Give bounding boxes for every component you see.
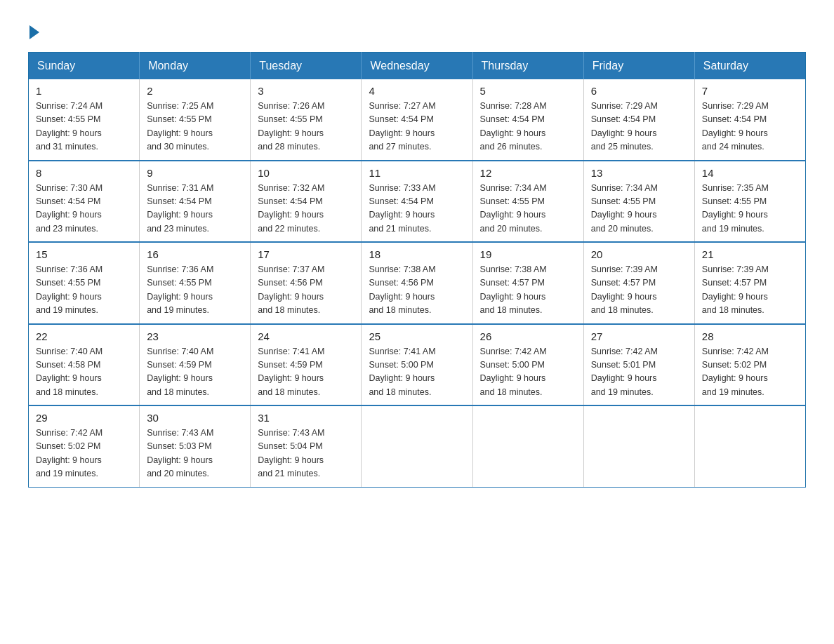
day-number: 8	[36, 167, 132, 179]
day-number: 14	[702, 167, 798, 179]
weekday-header-tuesday: Tuesday	[251, 53, 362, 80]
day-info: Sunrise: 7:41 AMSunset: 4:59 PMDaylight:…	[258, 345, 354, 400]
day-info: Sunrise: 7:40 AMSunset: 4:59 PMDaylight:…	[147, 345, 243, 400]
week-row-3: 15 Sunrise: 7:36 AMSunset: 4:55 PMDaylig…	[29, 242, 806, 324]
week-row-2: 8 Sunrise: 7:30 AMSunset: 4:54 PMDayligh…	[29, 161, 806, 243]
day-number: 3	[258, 85, 354, 97]
calendar-cell	[362, 405, 472, 487]
day-number: 7	[702, 85, 798, 97]
calendar-cell: 18 Sunrise: 7:38 AMSunset: 4:56 PMDaylig…	[362, 242, 472, 324]
day-number: 13	[591, 167, 687, 179]
calendar-table: SundayMondayTuesdayWednesdayThursdayFrid…	[28, 52, 806, 488]
calendar-cell: 28 Sunrise: 7:42 AMSunset: 5:02 PMDaylig…	[694, 324, 805, 406]
day-info: Sunrise: 7:39 AMSunset: 4:57 PMDaylight:…	[702, 263, 798, 318]
day-info: Sunrise: 7:33 AMSunset: 4:54 PMDaylight:…	[369, 182, 465, 236]
day-number: 17	[258, 248, 354, 260]
week-row-1: 1 Sunrise: 7:24 AMSunset: 4:55 PMDayligh…	[29, 79, 806, 161]
day-info: Sunrise: 7:25 AMSunset: 4:55 PMDaylight:…	[147, 100, 243, 154]
calendar-cell: 16 Sunrise: 7:36 AMSunset: 4:55 PMDaylig…	[140, 242, 251, 324]
logo	[28, 21, 41, 38]
day-number: 4	[369, 85, 465, 97]
day-number: 27	[591, 330, 687, 342]
day-number: 16	[147, 248, 243, 260]
calendar-cell: 13 Sunrise: 7:34 AMSunset: 4:55 PMDaylig…	[583, 161, 694, 243]
calendar-cell: 26 Sunrise: 7:42 AMSunset: 5:00 PMDaylig…	[472, 324, 583, 406]
day-number: 22	[36, 330, 132, 342]
day-info: Sunrise: 7:42 AMSunset: 5:01 PMDaylight:…	[591, 345, 687, 400]
day-info: Sunrise: 7:37 AMSunset: 4:56 PMDaylight:…	[258, 263, 354, 318]
day-number: 18	[369, 248, 465, 260]
calendar-cell: 19 Sunrise: 7:38 AMSunset: 4:57 PMDaylig…	[472, 242, 583, 324]
day-info: Sunrise: 7:30 AMSunset: 4:54 PMDaylight:…	[36, 182, 132, 236]
calendar-cell: 9 Sunrise: 7:31 AMSunset: 4:54 PMDayligh…	[140, 161, 251, 243]
calendar-cell: 25 Sunrise: 7:41 AMSunset: 5:00 PMDaylig…	[362, 324, 472, 406]
weekday-header-wednesday: Wednesday	[362, 53, 472, 80]
day-info: Sunrise: 7:36 AMSunset: 4:55 PMDaylight:…	[36, 263, 132, 318]
weekday-header-row: SundayMondayTuesdayWednesdayThursdayFrid…	[29, 53, 806, 80]
day-number: 9	[147, 167, 243, 179]
day-info: Sunrise: 7:40 AMSunset: 4:58 PMDaylight:…	[36, 345, 132, 400]
day-number: 10	[258, 167, 354, 179]
calendar-cell: 11 Sunrise: 7:33 AMSunset: 4:54 PMDaylig…	[362, 161, 472, 243]
day-info: Sunrise: 7:34 AMSunset: 4:55 PMDaylight:…	[480, 182, 576, 236]
day-info: Sunrise: 7:38 AMSunset: 4:56 PMDaylight:…	[369, 263, 465, 318]
day-number: 30	[147, 412, 243, 424]
calendar-cell: 3 Sunrise: 7:26 AMSunset: 4:55 PMDayligh…	[251, 79, 362, 161]
calendar-cell: 7 Sunrise: 7:29 AMSunset: 4:54 PMDayligh…	[694, 79, 805, 161]
calendar-cell: 2 Sunrise: 7:25 AMSunset: 4:55 PMDayligh…	[140, 79, 251, 161]
day-info: Sunrise: 7:27 AMSunset: 4:54 PMDaylight:…	[369, 100, 465, 154]
day-number: 15	[36, 248, 132, 260]
day-number: 6	[591, 85, 687, 97]
day-number: 1	[36, 85, 132, 97]
week-row-4: 22 Sunrise: 7:40 AMSunset: 4:58 PMDaylig…	[29, 324, 806, 406]
calendar-cell: 22 Sunrise: 7:40 AMSunset: 4:58 PMDaylig…	[29, 324, 140, 406]
weekday-header-thursday: Thursday	[472, 53, 583, 80]
day-number: 31	[258, 412, 354, 424]
day-number: 20	[591, 248, 687, 260]
day-number: 5	[480, 85, 576, 97]
day-info: Sunrise: 7:42 AMSunset: 5:02 PMDaylight:…	[702, 345, 798, 400]
day-number: 21	[702, 248, 798, 260]
calendar-cell: 1 Sunrise: 7:24 AMSunset: 4:55 PMDayligh…	[29, 79, 140, 161]
calendar-cell: 12 Sunrise: 7:34 AMSunset: 4:55 PMDaylig…	[472, 161, 583, 243]
day-number: 26	[480, 330, 576, 342]
day-number: 24	[258, 330, 354, 342]
weekday-header-monday: Monday	[140, 53, 251, 80]
day-info: Sunrise: 7:29 AMSunset: 4:54 PMDaylight:…	[591, 100, 687, 154]
calendar-cell: 17 Sunrise: 7:37 AMSunset: 4:56 PMDaylig…	[251, 242, 362, 324]
day-number: 12	[480, 167, 576, 179]
calendar-cell: 6 Sunrise: 7:29 AMSunset: 4:54 PMDayligh…	[583, 79, 694, 161]
day-info: Sunrise: 7:35 AMSunset: 4:55 PMDaylight:…	[702, 182, 798, 236]
day-info: Sunrise: 7:34 AMSunset: 4:55 PMDaylight:…	[591, 182, 687, 236]
day-info: Sunrise: 7:38 AMSunset: 4:57 PMDaylight:…	[480, 263, 576, 318]
weekday-header-sunday: Sunday	[29, 53, 140, 80]
calendar-cell: 29 Sunrise: 7:42 AMSunset: 5:02 PMDaylig…	[29, 405, 140, 487]
day-info: Sunrise: 7:43 AMSunset: 5:03 PMDaylight:…	[147, 427, 243, 481]
day-info: Sunrise: 7:29 AMSunset: 4:54 PMDaylight:…	[702, 100, 798, 154]
weekday-header-friday: Friday	[583, 53, 694, 80]
day-info: Sunrise: 7:42 AMSunset: 5:00 PMDaylight:…	[480, 345, 576, 400]
calendar-cell: 15 Sunrise: 7:36 AMSunset: 4:55 PMDaylig…	[29, 242, 140, 324]
calendar-cell	[472, 405, 583, 487]
day-number: 11	[369, 167, 465, 179]
day-number: 28	[702, 330, 798, 342]
calendar-cell: 24 Sunrise: 7:41 AMSunset: 4:59 PMDaylig…	[251, 324, 362, 406]
day-info: Sunrise: 7:28 AMSunset: 4:54 PMDaylight:…	[480, 100, 576, 154]
day-info: Sunrise: 7:26 AMSunset: 4:55 PMDaylight:…	[258, 100, 354, 154]
calendar-cell: 27 Sunrise: 7:42 AMSunset: 5:01 PMDaylig…	[583, 324, 694, 406]
day-number: 29	[36, 412, 132, 424]
day-number: 25	[369, 330, 465, 342]
calendar-cell: 4 Sunrise: 7:27 AMSunset: 4:54 PMDayligh…	[362, 79, 472, 161]
logo-triangle-icon	[29, 25, 39, 39]
calendar-cell: 20 Sunrise: 7:39 AMSunset: 4:57 PMDaylig…	[583, 242, 694, 324]
calendar-cell: 23 Sunrise: 7:40 AMSunset: 4:59 PMDaylig…	[140, 324, 251, 406]
weekday-header-saturday: Saturday	[694, 53, 805, 80]
week-row-5: 29 Sunrise: 7:42 AMSunset: 5:02 PMDaylig…	[29, 405, 806, 487]
day-info: Sunrise: 7:39 AMSunset: 4:57 PMDaylight:…	[591, 263, 687, 318]
calendar-cell	[583, 405, 694, 487]
calendar-cell: 10 Sunrise: 7:32 AMSunset: 4:54 PMDaylig…	[251, 161, 362, 243]
day-number: 23	[147, 330, 243, 342]
day-number: 19	[480, 248, 576, 260]
day-number: 2	[147, 85, 243, 97]
page-header	[28, 21, 806, 38]
